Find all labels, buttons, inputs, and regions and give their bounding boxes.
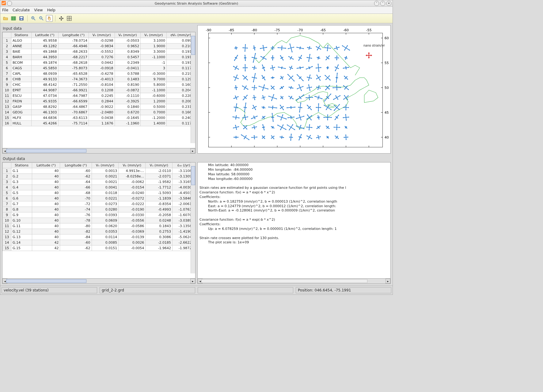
open-grid-icon[interactable] bbox=[10, 15, 17, 22]
menubar: File Calculate View Help bbox=[0, 7, 393, 14]
app-icon bbox=[2, 1, 6, 6]
output-table[interactable]: StationsLatitude (°)Longitude (°)Vₙ (mm/… bbox=[2, 162, 196, 279]
svg-text:-70: -70 bbox=[297, 28, 303, 32]
log-text[interactable]: Min latitude: 40.000000 Min longitude: -… bbox=[197, 162, 391, 279]
table-row[interactable]: 5G.540-680.0118-0.0240-1.5093-4.4503e bbox=[3, 190, 195, 196]
svg-rect-1 bbox=[11, 17, 16, 20]
menu-file[interactable]: File bbox=[2, 8, 8, 12]
table-row[interactable]: 9CHIC48.4142-71.2550-0.81040.81905.80000… bbox=[3, 82, 195, 88]
table-row[interactable]: 5BCOM49.1874-68.26180.04420.2349-10.1913 bbox=[3, 60, 195, 66]
input-panel-title: Input data bbox=[3, 26, 195, 31]
table-row[interactable]: 4BARH44.3950-68.22170.72760.5457-1.10000… bbox=[3, 55, 195, 60]
plot-panel: -90-85-80-75-70-65-60-554045505560 nano … bbox=[197, 25, 391, 154]
table-row[interactable]: 15HLFX44.6836-63.61130.0438-0.1645-1.200… bbox=[3, 115, 195, 121]
svg-rect-3 bbox=[20, 17, 23, 18]
grid-plot-icon[interactable] bbox=[66, 15, 73, 22]
open-file-icon[interactable] bbox=[2, 15, 9, 22]
zoom-in-icon[interactable] bbox=[30, 15, 37, 22]
svg-text:-75: -75 bbox=[275, 28, 280, 32]
table-row[interactable]: 12FRDN45.9335-66.65990.2844-0.39251.2000… bbox=[3, 99, 195, 104]
table-row[interactable]: 2G.240-620.0021-8.0258e...-2.0371-3.1309… bbox=[3, 174, 195, 179]
zoom-out-icon[interactable] bbox=[38, 15, 45, 22]
input-table[interactable]: StationsLatitude (°)Longitude (°)Vₙ (mm/… bbox=[2, 32, 196, 148]
status-grid: grid_2-2.grd bbox=[100, 287, 195, 293]
table-row[interactable]: 6CAGS45.5850-75.8073-0.0918-0.041130.117… bbox=[3, 66, 195, 71]
table-row[interactable]: 12G.1240-820.0353-0.03690.2753-1.4190e bbox=[3, 229, 195, 234]
save-icon[interactable] bbox=[18, 15, 25, 22]
table-row[interactable]: 9G.940-760.0393-0.0330-0.2058-1.6070e bbox=[3, 212, 195, 218]
svg-text:40: 40 bbox=[385, 135, 389, 139]
svg-text:45: 45 bbox=[385, 111, 389, 115]
svg-text:-55: -55 bbox=[366, 28, 372, 32]
table-row[interactable]: 16HULL45.4266-75.71141.1676-1.19601.4000… bbox=[3, 121, 195, 126]
window-title: Geodynamic Strain Analysis Software (Geo… bbox=[155, 2, 238, 6]
svg-text:50: 50 bbox=[385, 86, 389, 90]
table-row[interactable]: 3G.340-640.0021-0.0062-1.9582-3.3165e bbox=[3, 179, 195, 185]
table-row[interactable]: 14GEOG46.1303-70.6867-2.04800.67200.7000… bbox=[3, 110, 195, 115]
status-file: velocity.vel (39 stations) bbox=[2, 287, 97, 293]
table-row[interactable]: 8G.840-740.0280-0.0190-0.4993-1.0763e bbox=[3, 207, 195, 212]
table-row[interactable]: 7CAPL48.0939-65.6528-0.42780.5788-0.3000… bbox=[3, 71, 195, 77]
table-row[interactable]: 2ANNE49.1282-66.4946-0.98340.96521.90000… bbox=[3, 44, 195, 49]
svg-text:60: 60 bbox=[385, 36, 389, 40]
toolbar bbox=[0, 14, 393, 23]
output-panel-title: Output data bbox=[3, 157, 195, 161]
menu-calculate[interactable]: Calculate bbox=[13, 8, 30, 12]
titlebar: Geodynamic Strain Analysis Software (Geo… bbox=[0, 0, 393, 7]
svg-text:-65: -65 bbox=[320, 28, 326, 32]
svg-rect-4 bbox=[21, 19, 22, 20]
table-row[interactable]: 4G.440-660.0041-0.0154-1.7712-4.0030e bbox=[3, 185, 195, 190]
output-hscroll[interactable]: ◂▸ bbox=[2, 279, 196, 284]
menu-help[interactable]: Help bbox=[47, 8, 55, 12]
menu-view[interactable]: View bbox=[34, 8, 43, 12]
input-vscroll[interactable] bbox=[191, 32, 195, 143]
statusbar: velocity.vel (39 stations) grid_2-2.grd … bbox=[0, 286, 393, 295]
svg-text:-90: -90 bbox=[206, 28, 211, 32]
table-row[interactable]: 6G.640-700.0221-0.0272-1.1839-3.5846e bbox=[3, 196, 195, 201]
table-row[interactable]: 11ESCU47.0734-64.79870.2245-0.1110-0.600… bbox=[3, 93, 195, 99]
table-row[interactable]: 11G.1140-800.0620-0.05860.1843-3.1358e bbox=[3, 223, 195, 229]
log-panel: Min latitude: 40.000000 Min longitude: -… bbox=[197, 155, 391, 284]
svg-text:-80: -80 bbox=[252, 28, 257, 32]
input-hscroll[interactable]: ◂▸ bbox=[2, 148, 196, 154]
close-button[interactable]: ✕ bbox=[386, 1, 391, 6]
svg-text:-85: -85 bbox=[229, 28, 234, 32]
table-row[interactable]: 3BAIE49.1868-68.2633-0.55520.83493.30000… bbox=[3, 49, 195, 55]
table-row[interactable]: 15G.1542-620.0151-0.0054-1.9642-1.9872e bbox=[3, 245, 195, 251]
table-row[interactable]: 7G.740-720.0273-0.0222-0.8354-2.0061e bbox=[3, 201, 195, 207]
input-panel: Input data StationsLatitude (°)Longitude… bbox=[2, 25, 196, 154]
output-vscroll[interactable] bbox=[191, 162, 195, 273]
table-row[interactable]: 8CHIB49.9133-74.3673-0.40130.14839.70000… bbox=[3, 77, 195, 82]
maximize-button[interactable]: ˄ bbox=[380, 1, 385, 6]
table-row[interactable]: 10G.1040-780.0609-0.05560.0248-3.0389e bbox=[3, 218, 195, 223]
svg-text:-60: -60 bbox=[343, 28, 349, 32]
move-icon[interactable] bbox=[58, 15, 65, 22]
minimize-button[interactable]: ˅ bbox=[374, 1, 379, 6]
titlebar-circle-icon bbox=[7, 1, 12, 6]
svg-line-6 bbox=[34, 19, 35, 20]
output-panel: Output data StationsLatitude (°)Longitud… bbox=[2, 155, 196, 284]
table-row[interactable]: 14G.1442-600.00850.0026-2.0185-2.6622e bbox=[3, 240, 195, 245]
table-row[interactable]: 13G.1340-840.0114-0.01390.3086-5.0624e bbox=[3, 234, 195, 240]
table-row[interactable]: 1ALGO45.9558-78.0714-0.0298-0.05033.1000… bbox=[3, 38, 195, 44]
status-blank bbox=[198, 287, 293, 293]
pan-icon[interactable] bbox=[46, 15, 53, 22]
table-row[interactable]: 1G.140-600.00134.9913e-...-2.0110-3.1108… bbox=[3, 168, 195, 174]
table-row[interactable]: 10EPRT44.9087-66.99210.1208-0.0872-1.100… bbox=[3, 88, 195, 93]
strain-plot[interactable]: -90-85-80-75-70-65-60-554045505560 nano … bbox=[197, 25, 391, 154]
legend-label: nano strain/yr bbox=[363, 44, 385, 47]
status-position: Position: 046.6454, -75.1991 bbox=[296, 287, 391, 293]
svg-line-10 bbox=[42, 19, 43, 20]
log-hscroll[interactable]: ◂▸ bbox=[197, 279, 391, 284]
svg-rect-13 bbox=[209, 33, 383, 147]
table-row[interactable]: 13GASP48.8292-64.4867-0.90220.18400.5000… bbox=[3, 104, 195, 110]
svg-text:55: 55 bbox=[385, 61, 389, 65]
